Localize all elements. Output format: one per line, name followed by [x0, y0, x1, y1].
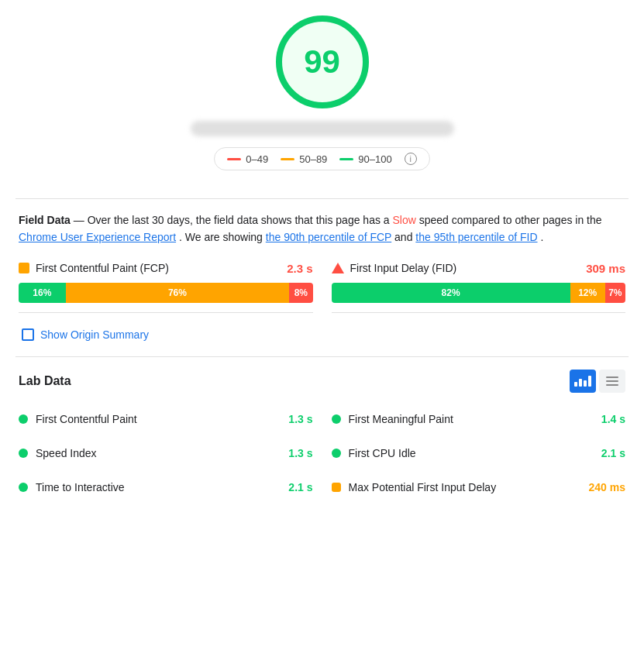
- field-data-end: .: [540, 231, 543, 243]
- info-icon[interactable]: i: [405, 153, 417, 165]
- legend-item-green: 90–100: [339, 153, 391, 165]
- score-section: 99 0–49 50–89 90–100 i: [15, 15, 629, 186]
- fcp-icon-square: [19, 263, 29, 273]
- fcp-value: 2.3 s: [287, 262, 312, 275]
- metric-fid-title: First Input Delay (FID): [332, 262, 457, 274]
- lab-tti-value: 2.1 s: [288, 481, 312, 493]
- metrics-grid: First Contentful Paint (FCP) 2.3 s 16% 7…: [19, 262, 625, 313]
- lab-data-header: Lab Data: [19, 370, 625, 393]
- dot-orange-mpfid: [332, 483, 341, 492]
- lab-si-value: 1.3 s: [288, 447, 312, 459]
- lines-icon: [606, 376, 618, 386]
- fid-bar-orange: 12%: [570, 283, 605, 303]
- slow-label: Slow: [392, 214, 415, 226]
- field-data-mid3: and: [394, 231, 415, 243]
- divider-mid: [15, 356, 629, 357]
- lab-metric-fmp-left: First Meaningful Paint: [332, 413, 453, 425]
- fcp-bar-red: 8%: [289, 283, 312, 303]
- dot-green-fci: [332, 449, 341, 458]
- metric-fcp: First Contentful Paint (FCP) 2.3 s 16% 7…: [19, 262, 313, 313]
- score-circle: 99: [276, 15, 369, 108]
- divider-top: [15, 198, 629, 199]
- fid-title-text: First Input Delay (FID): [350, 262, 457, 274]
- lab-fmp-value: 1.4 s: [601, 413, 625, 425]
- field-data-mid2: . We are showing: [179, 231, 266, 243]
- legend-item-red: 0–49: [227, 153, 268, 165]
- dot-green-fcp: [19, 414, 28, 424]
- lab-metric-tti-left: Time to Interactive: [19, 481, 125, 493]
- legend-dot-green: [339, 158, 353, 160]
- lab-mpfid-name: Max Potential First Input Delay: [349, 481, 497, 493]
- lab-metric-fcp-left: First Contentful Paint: [19, 413, 137, 425]
- lab-si-name: Speed Index: [36, 447, 97, 459]
- lab-metric-tti: Time to Interactive 2.1 s: [19, 476, 313, 498]
- fcp-link[interactable]: the 90th percentile of FCP: [266, 231, 391, 243]
- lab-metric-fci: First CPU Idle 2.1 s: [332, 442, 626, 464]
- field-data-description: Field Data — Over the last 30 days, the …: [19, 211, 625, 246]
- dot-green-tti: [19, 483, 28, 492]
- legend-dot-red: [227, 158, 241, 160]
- legend-item-orange: 50–89: [281, 153, 327, 165]
- list-view-button[interactable]: [599, 370, 625, 393]
- lab-fci-value: 2.1 s: [601, 447, 625, 459]
- fid-icon-triangle: [332, 263, 344, 273]
- fcp-progress-bar: 16% 76% 8%: [19, 283, 313, 303]
- lab-data-section: Lab Data: [15, 370, 629, 498]
- legend-dot-orange: [281, 158, 294, 160]
- lab-metric-mpfid: Max Potential First Input Delay 240 ms: [332, 476, 626, 498]
- lab-metric-mpfid-left: Max Potential First Input Delay: [332, 481, 497, 493]
- lab-fci-name: First CPU Idle: [349, 447, 416, 459]
- chart-view-button[interactable]: [570, 370, 596, 393]
- fid-progress-bar: 82% 12% 7%: [332, 283, 626, 303]
- url-bar: [191, 121, 454, 136]
- legend-label-green: 90–100: [358, 153, 391, 165]
- fid-bar-green: 82%: [332, 283, 570, 303]
- fcp-title-text: First Contentful Paint (FCP): [36, 262, 169, 274]
- lab-metric-fmp: First Meaningful Paint 1.4 s: [332, 408, 626, 430]
- metric-fcp-title: First Contentful Paint (FCP): [19, 262, 169, 274]
- field-data-section: Field Data — Over the last 30 days, the …: [15, 211, 629, 341]
- score-legend: 0–49 50–89 90–100 i: [214, 147, 429, 170]
- lab-metric-si: Speed Index 1.3 s: [19, 442, 313, 464]
- lab-fmp-name: First Meaningful Paint: [349, 413, 453, 425]
- lab-data-title: Lab Data: [19, 374, 71, 388]
- dot-green-si: [19, 449, 28, 458]
- metric-fid: First Input Delay (FID) 309 ms 82% 12% 7…: [332, 262, 626, 313]
- field-data-title: Field Data: [19, 214, 71, 226]
- field-data-prefix: — Over the last 30 days, the field data …: [74, 214, 393, 226]
- metric-fcp-header: First Contentful Paint (FCP) 2.3 s: [19, 262, 313, 275]
- lab-tti-name: Time to Interactive: [36, 481, 125, 493]
- origin-icon: [22, 328, 34, 341]
- lab-fcp-value: 1.3 s: [288, 413, 312, 425]
- show-origin-summary-button[interactable]: Show Origin Summary: [22, 328, 149, 341]
- fcp-bar-green: 16%: [19, 283, 66, 303]
- score-value: 99: [304, 43, 340, 81]
- fcp-bar-orange: 76%: [66, 283, 289, 303]
- dot-green-fmp: [332, 414, 341, 424]
- field-data-mid: speed compared to other pages in the: [419, 214, 602, 226]
- lab-metric-fci-left: First CPU Idle: [332, 447, 416, 459]
- legend-label-red: 0–49: [246, 153, 268, 165]
- lab-metrics-grid: First Contentful Paint 1.3 s First Meani…: [19, 408, 625, 498]
- lab-fcp-name: First Contentful Paint: [36, 413, 137, 425]
- fid-value: 309 ms: [586, 262, 625, 275]
- fid-link[interactable]: the 95th percentile of FID: [415, 231, 537, 243]
- metric-fid-header: First Input Delay (FID) 309 ms: [332, 262, 626, 275]
- chart-icon: [574, 376, 591, 387]
- view-toggle: [570, 370, 625, 393]
- lab-mpfid-value: 240 ms: [589, 481, 625, 493]
- legend-label-orange: 50–89: [299, 153, 327, 165]
- cux-link[interactable]: Chrome User Experience Report: [19, 231, 176, 243]
- fid-bar-red: 7%: [605, 283, 625, 303]
- lab-metric-fcp: First Contentful Paint 1.3 s: [19, 408, 313, 430]
- lab-metric-si-left: Speed Index: [19, 447, 97, 459]
- origin-summary-label: Show Origin Summary: [40, 328, 149, 341]
